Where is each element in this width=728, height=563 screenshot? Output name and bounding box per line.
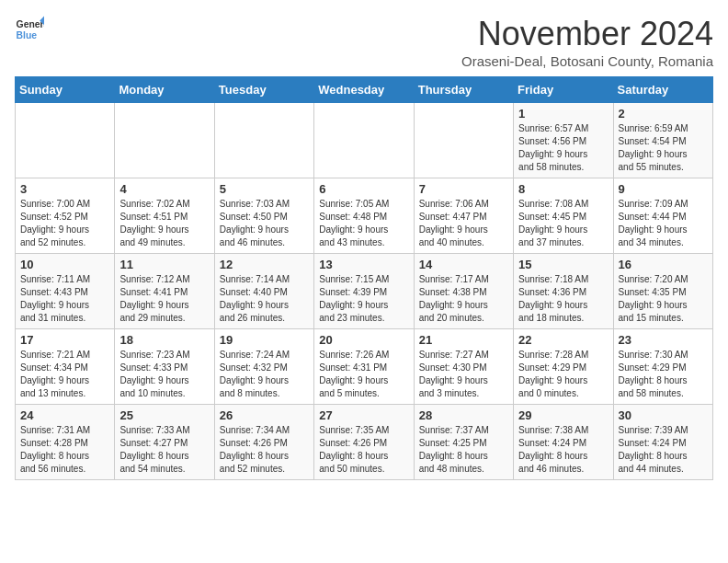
calendar-cell: 12Sunrise: 7:14 AM Sunset: 4:40 PM Dayli…: [214, 254, 313, 329]
day-info: Sunrise: 7:24 AM Sunset: 4:32 PM Dayligh…: [220, 349, 309, 400]
title-area: November 2024 Oraseni-Deal, Botosani Cou…: [461, 15, 713, 69]
day-info: Sunrise: 7:00 AM Sunset: 4:52 PM Dayligh…: [20, 198, 109, 249]
day-info: Sunrise: 7:35 AM Sunset: 4:26 PM Dayligh…: [319, 424, 408, 476]
month-title: November 2024: [461, 15, 713, 53]
calendar-cell: 24Sunrise: 7:31 AM Sunset: 4:28 PM Dayli…: [16, 405, 115, 480]
day-info: Sunrise: 6:57 AM Sunset: 4:56 PM Dayligh…: [518, 122, 608, 174]
day-info: Sunrise: 7:23 AM Sunset: 4:33 PM Dayligh…: [119, 349, 209, 400]
day-number: 24: [20, 408, 109, 422]
calendar-cell: 3Sunrise: 7:00 AM Sunset: 4:52 PM Daylig…: [16, 178, 115, 254]
calendar-cell: 29Sunrise: 7:38 AM Sunset: 4:24 PM Dayli…: [514, 405, 613, 480]
logo: General Blue: [15, 15, 44, 44]
weekday-header: Saturday: [613, 77, 712, 103]
weekday-header: Wednesday: [314, 77, 414, 103]
day-number: 18: [119, 333, 209, 347]
calendar-cell: 2Sunrise: 6:59 AM Sunset: 4:54 PM Daylig…: [613, 103, 712, 178]
calendar-cell: 6Sunrise: 7:05 AM Sunset: 4:48 PM Daylig…: [314, 178, 414, 254]
calendar-cell: 18Sunrise: 7:23 AM Sunset: 4:33 PM Dayli…: [115, 329, 214, 405]
day-info: Sunrise: 7:02 AM Sunset: 4:51 PM Dayligh…: [119, 198, 209, 249]
day-number: 25: [119, 408, 209, 422]
calendar-cell: 30Sunrise: 7:39 AM Sunset: 4:24 PM Dayli…: [613, 405, 712, 480]
weekday-header-row: SundayMondayTuesdayWednesdayThursdayFrid…: [16, 77, 713, 103]
day-number: 4: [119, 182, 209, 196]
day-info: Sunrise: 7:05 AM Sunset: 4:48 PM Dayligh…: [319, 198, 408, 249]
day-number: 22: [518, 333, 608, 347]
day-number: 6: [319, 182, 408, 196]
calendar-cell: 23Sunrise: 7:30 AM Sunset: 4:29 PM Dayli…: [613, 329, 712, 405]
calendar-cell: 16Sunrise: 7:20 AM Sunset: 4:35 PM Dayli…: [613, 254, 712, 329]
calendar-cell: 20Sunrise: 7:26 AM Sunset: 4:31 PM Dayli…: [314, 329, 414, 405]
day-number: 16: [619, 258, 708, 271]
calendar-cell: 10Sunrise: 7:11 AM Sunset: 4:43 PM Dayli…: [16, 254, 115, 329]
weekday-header: Sunday: [16, 77, 115, 103]
day-info: Sunrise: 7:34 AM Sunset: 4:26 PM Dayligh…: [220, 424, 309, 476]
calendar-cell: 1Sunrise: 6:57 AM Sunset: 4:56 PM Daylig…: [514, 103, 613, 178]
day-number: 12: [220, 258, 309, 271]
day-info: Sunrise: 7:14 AM Sunset: 4:40 PM Dayligh…: [220, 273, 309, 325]
calendar-cell: 22Sunrise: 7:28 AM Sunset: 4:29 PM Dayli…: [514, 329, 613, 405]
day-info: Sunrise: 7:08 AM Sunset: 4:45 PM Dayligh…: [518, 198, 608, 249]
calendar-cell: [214, 103, 313, 178]
day-info: Sunrise: 7:09 AM Sunset: 4:44 PM Dayligh…: [619, 198, 708, 249]
svg-text:General: General: [17, 19, 44, 29]
calendar-cell: [314, 103, 414, 178]
weekday-header: Thursday: [414, 77, 513, 103]
calendar-cell: 25Sunrise: 7:33 AM Sunset: 4:27 PM Dayli…: [115, 405, 214, 480]
day-number: 10: [20, 258, 109, 271]
day-info: Sunrise: 6:59 AM Sunset: 4:54 PM Dayligh…: [619, 122, 708, 174]
day-number: 14: [419, 258, 508, 271]
calendar-cell: 4Sunrise: 7:02 AM Sunset: 4:51 PM Daylig…: [115, 178, 214, 254]
day-info: Sunrise: 7:21 AM Sunset: 4:34 PM Dayligh…: [20, 349, 109, 400]
weekday-header: Monday: [115, 77, 214, 103]
calendar-cell: [115, 103, 214, 178]
day-number: 15: [518, 258, 608, 271]
day-number: 20: [319, 333, 408, 347]
day-info: Sunrise: 7:28 AM Sunset: 4:29 PM Dayligh…: [518, 349, 608, 400]
day-info: Sunrise: 7:12 AM Sunset: 4:41 PM Dayligh…: [119, 273, 209, 325]
day-number: 11: [119, 258, 209, 271]
day-info: Sunrise: 7:27 AM Sunset: 4:30 PM Dayligh…: [419, 349, 508, 400]
calendar-week-row: 1Sunrise: 6:57 AM Sunset: 4:56 PM Daylig…: [16, 103, 713, 178]
day-number: 1: [518, 107, 608, 121]
day-info: Sunrise: 7:31 AM Sunset: 4:28 PM Dayligh…: [20, 424, 109, 476]
day-number: 17: [20, 333, 109, 347]
calendar-week-row: 24Sunrise: 7:31 AM Sunset: 4:28 PM Dayli…: [16, 405, 713, 480]
calendar-cell: 14Sunrise: 7:17 AM Sunset: 4:38 PM Dayli…: [414, 254, 513, 329]
day-number: 13: [319, 258, 408, 271]
calendar-cell: 9Sunrise: 7:09 AM Sunset: 4:44 PM Daylig…: [613, 178, 712, 254]
svg-text:Blue: Blue: [17, 30, 38, 40]
calendar-cell: 17Sunrise: 7:21 AM Sunset: 4:34 PM Dayli…: [16, 329, 115, 405]
calendar-cell: 13Sunrise: 7:15 AM Sunset: 4:39 PM Dayli…: [314, 254, 414, 329]
location: Oraseni-Deal, Botosani County, Romania: [461, 53, 713, 69]
day-info: Sunrise: 7:18 AM Sunset: 4:36 PM Dayligh…: [518, 273, 608, 325]
calendar-cell: 28Sunrise: 7:37 AM Sunset: 4:25 PM Dayli…: [414, 405, 513, 480]
calendar-cell: [16, 103, 115, 178]
calendar-cell: 15Sunrise: 7:18 AM Sunset: 4:36 PM Dayli…: [514, 254, 613, 329]
calendar-week-row: 17Sunrise: 7:21 AM Sunset: 4:34 PM Dayli…: [16, 329, 713, 405]
logo-icon: General Blue: [15, 15, 44, 44]
day-number: 30: [619, 408, 708, 422]
day-number: 3: [20, 182, 109, 196]
day-number: 7: [419, 182, 508, 196]
day-info: Sunrise: 7:39 AM Sunset: 4:24 PM Dayligh…: [619, 424, 708, 476]
weekday-header: Tuesday: [214, 77, 313, 103]
day-number: 19: [220, 333, 309, 347]
day-number: 2: [619, 107, 708, 121]
calendar-cell: 27Sunrise: 7:35 AM Sunset: 4:26 PM Dayli…: [314, 405, 414, 480]
day-info: Sunrise: 7:30 AM Sunset: 4:29 PM Dayligh…: [619, 349, 708, 400]
day-info: Sunrise: 7:17 AM Sunset: 4:38 PM Dayligh…: [419, 273, 508, 325]
calendar-cell: 7Sunrise: 7:06 AM Sunset: 4:47 PM Daylig…: [414, 178, 513, 254]
calendar-cell: 11Sunrise: 7:12 AM Sunset: 4:41 PM Dayli…: [115, 254, 214, 329]
day-info: Sunrise: 7:38 AM Sunset: 4:24 PM Dayligh…: [518, 424, 608, 476]
day-info: Sunrise: 7:33 AM Sunset: 4:27 PM Dayligh…: [119, 424, 209, 476]
day-info: Sunrise: 7:37 AM Sunset: 4:25 PM Dayligh…: [419, 424, 508, 476]
day-number: 23: [619, 333, 708, 347]
calendar-week-row: 3Sunrise: 7:00 AM Sunset: 4:52 PM Daylig…: [16, 178, 713, 254]
day-number: 28: [419, 408, 508, 422]
day-info: Sunrise: 7:11 AM Sunset: 4:43 PM Dayligh…: [20, 273, 109, 325]
day-number: 29: [518, 408, 608, 422]
calendar-cell: [414, 103, 513, 178]
calendar-cell: 5Sunrise: 7:03 AM Sunset: 4:50 PM Daylig…: [214, 178, 313, 254]
calendar-table: SundayMondayTuesdayWednesdayThursdayFrid…: [15, 76, 713, 480]
day-number: 5: [220, 182, 309, 196]
